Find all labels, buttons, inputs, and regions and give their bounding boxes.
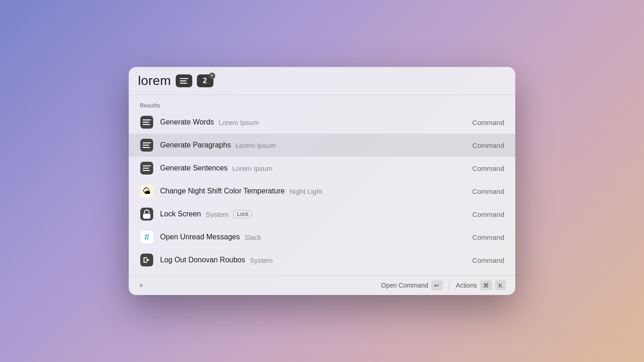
logout-icon-bg: [140, 254, 153, 266]
row-command: Command: [472, 187, 504, 195]
row-title: Open Unread Messages: [160, 233, 240, 241]
sun-icon-bg: 🌤: [140, 185, 153, 198]
row-title: Log Out Donovan Roubos: [160, 256, 245, 264]
row-command: Command: [472, 256, 504, 264]
logout-icon: [143, 256, 151, 264]
enter-key: ↵: [431, 280, 443, 290]
cmd-key: ⌘: [480, 280, 492, 290]
footer-bar: ✦ Open Command ↵ Actions ⌘ K: [129, 275, 515, 295]
row-content-generate-paragraphs: Generate Paragraphs Lorem Ipsum: [160, 141, 466, 149]
row-subtitle: Slack: [244, 233, 261, 241]
sun-icon: 🌤: [143, 187, 151, 196]
row-command: Command: [472, 119, 504, 126]
footer-divider: [449, 281, 449, 290]
row-icon-night-shift: 🌤: [140, 184, 154, 198]
row-subtitle: Lorem Ipsum: [236, 141, 276, 149]
row-title: Generate Paragraphs: [160, 141, 231, 149]
row-content-logout: Log Out Donovan Roubos System: [160, 256, 466, 264]
lines-icon-bg: [140, 139, 153, 152]
spotlight-window: lorem 2 ? Results Generate Words: [129, 67, 515, 295]
text-lines-icon: [180, 78, 188, 84]
row-icon-generate-sentences: [140, 161, 154, 175]
row-command: Command: [472, 233, 504, 241]
lines-icon: [143, 142, 151, 148]
lines-icon-bg: [140, 162, 153, 175]
section-label: Results: [129, 99, 515, 111]
row-title: Lock Screen: [160, 210, 201, 218]
k-key: K: [495, 280, 506, 290]
svg-rect-1: [144, 257, 147, 258]
row-content-generate-sentences: Generate Sentences Lorem Ipsum: [160, 164, 466, 172]
row-subtitle: Night Light: [289, 187, 322, 195]
search-bar: lorem 2 ?: [129, 67, 515, 95]
row-icon-generate-paragraphs: [140, 138, 154, 152]
results-section: Results Generate Words Lorem Ipsum Comma…: [129, 95, 515, 275]
row-subtitle: Lorem Ipsum: [218, 119, 259, 126]
badge-number: 2: [203, 77, 207, 85]
lines-icon: [143, 119, 151, 125]
row-icon-lock-screen: [140, 207, 154, 221]
footer-sparkle-icon: ✦: [138, 281, 144, 290]
row-icon-slack: #: [140, 230, 154, 244]
lines-icon-pill: [176, 74, 192, 87]
row-subtitle: System: [206, 210, 229, 218]
lines-icon: [143, 165, 151, 171]
lock-icon-bg: [140, 208, 153, 221]
row-command: Command: [472, 141, 504, 149]
row-content-slack: Open Unread Messages Slack: [160, 233, 466, 241]
result-row-night-shift[interactable]: 🌤 Change Night Shift Color Temperature N…: [129, 180, 515, 203]
row-subtitle: Lorem Ipsum: [232, 164, 273, 172]
lock-icon: [143, 209, 150, 219]
row-content-generate-words: Generate Words Lorem Ipsum: [160, 118, 466, 126]
result-row-generate-sentences[interactable]: Generate Sentences Lorem Ipsum Command: [129, 157, 515, 180]
open-command-action[interactable]: Open Command ↵: [381, 280, 443, 290]
slack-icon: #: [144, 232, 149, 243]
svg-rect-2: [144, 262, 147, 263]
open-command-label: Open Command: [381, 282, 428, 289]
result-row-generate-paragraphs[interactable]: Generate Paragraphs Lorem Ipsum Command: [129, 134, 515, 157]
result-row-generate-words[interactable]: Generate Words Lorem Ipsum Command: [129, 111, 515, 134]
row-content-night-shift: Change Night Shift Color Temperature Nig…: [160, 187, 466, 195]
row-icon-logout: [140, 253, 154, 267]
result-row-logout[interactable]: Log Out Donovan Roubos System Command: [129, 249, 515, 272]
row-icon-generate-words: [140, 115, 154, 129]
row-command: Command: [472, 164, 504, 172]
search-query: lorem: [138, 74, 171, 88]
slack-icon-bg: #: [140, 231, 153, 243]
row-content-lock-screen: Lock Screen System Lock: [160, 210, 466, 218]
row-title: Generate Sentences: [160, 164, 228, 172]
lock-tag: Lock: [233, 210, 252, 218]
row-title: Change Night Shift Color Temperature: [160, 187, 285, 195]
lines-icon-bg: [140, 116, 153, 129]
result-row-lock-screen[interactable]: Lock Screen System Lock Command: [129, 203, 515, 226]
badge-pill: 2 ?: [197, 74, 213, 87]
actions-label: Actions: [456, 282, 477, 289]
row-subtitle: System: [250, 256, 273, 264]
row-title: Generate Words: [160, 118, 214, 126]
actions-action[interactable]: Actions ⌘ K: [456, 280, 506, 290]
badge-superscript: ?: [209, 73, 215, 79]
row-command: Command: [472, 210, 504, 218]
result-row-slack[interactable]: # Open Unread Messages Slack Command: [129, 226, 515, 249]
